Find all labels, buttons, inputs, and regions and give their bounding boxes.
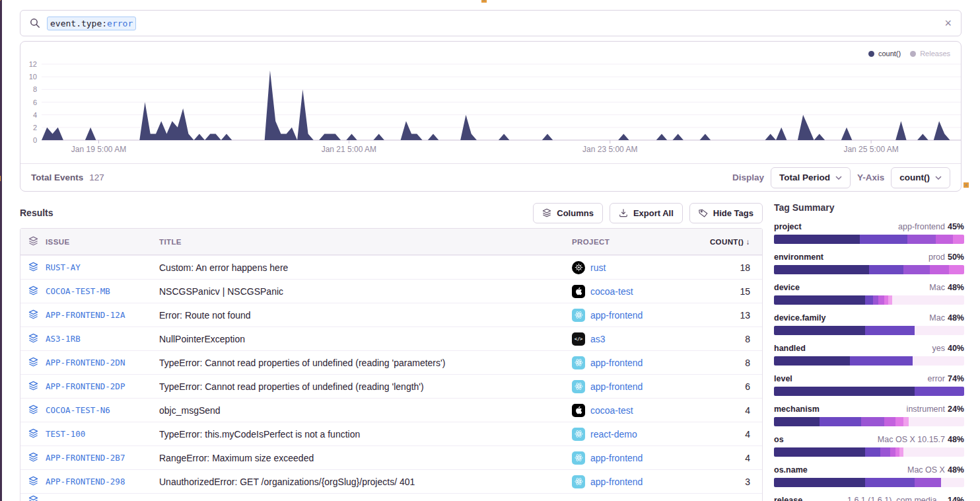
project-link[interactable]: </>as3 [572,332,704,346]
column-header-title[interactable]: TITLE [159,238,572,246]
selection-edge-line [0,0,2,501]
tag-distribution-bar[interactable] [774,478,964,487]
close-icon[interactable]: × [944,17,952,29]
stack-icon [542,208,551,217]
tag-bar-segment [880,447,890,457]
selection-handle-top-left[interactable] [0,0,1,1]
selection-handle-right-middle[interactable] [963,182,969,188]
tag-distribution-bar[interactable] [774,356,964,366]
tag-distribution-bar[interactable] [774,417,964,426]
issue-link[interactable]: COCOA-TEST-N6 [46,405,159,415]
column-header-count-sorted[interactable]: COUNT() ↓ [704,238,762,246]
svg-text:10: 10 [29,73,37,81]
issue-stack-icon[interactable] [20,357,46,369]
tag-bar-segment [949,265,964,274]
tag-distribution-bar[interactable] [774,295,964,305]
tag-top-value: app-frontend45% [898,222,964,231]
tag-bar-segment [774,478,865,487]
export-all-button-label: Export All [633,208,674,218]
events-area-chart[interactable]: 024681012Jan 19 5:00 AMJan 21 5:00 AMJan… [20,42,961,163]
search-icon [30,18,40,28]
issue-link[interactable]: APP-FRONTEND-2B7 [46,453,159,463]
stack-icon [28,236,38,247]
tag-top-value: Mac48% [929,283,964,292]
project-link[interactable]: app-frontend [572,475,704,488]
issue-link[interactable]: APP-FRONTEND-2DP [46,381,159,391]
columns-button[interactable]: Columns [533,203,603,223]
project-link[interactable]: app-frontend [572,451,704,465]
project-react-icon [572,451,585,465]
table-row: RUST-AYCustom: An error happens hererust… [20,255,762,279]
tag-bar-segment [930,265,949,274]
issue-link[interactable]: APP-FRONTEND-12A [46,310,159,320]
tag-summary-item: os.nameMac OS X48% [774,465,964,487]
events-chart-panel: count() Releases 024681012Jan 19 5:00 AM… [20,41,962,192]
tag-distribution-bar[interactable] [774,447,964,457]
issue-stack-icon[interactable] [20,405,46,416]
issue-stack-icon[interactable] [20,262,46,274]
stack-icon [28,309,38,321]
project-link[interactable]: rust [572,261,704,274]
project-link[interactable]: app-frontend [572,356,704,369]
tag-distribution-bar[interactable] [774,387,964,396]
tag-bar-remainder [903,447,964,457]
count-value: 8 [704,334,762,344]
project-link[interactable]: app-frontend [572,380,704,393]
tag-distribution-bar[interactable] [774,265,964,274]
issue-stack-icon[interactable] [20,494,46,501]
issue-stack-icon[interactable] [20,333,46,345]
tag-top-value: prod50% [928,252,964,262]
column-header-issue[interactable]: ISSUE [46,238,159,246]
issue-link[interactable]: APP-FRONTEND-298 [46,477,159,486]
search-bar[interactable]: event.type:error × [20,10,962,36]
tag-bar-segment [865,295,873,305]
yaxis-dropdown[interactable]: count() [891,167,950,188]
tag-name: os [774,435,784,444]
issue-stack-icon[interactable] [20,381,46,393]
project-link[interactable]: cocoa-test [572,285,704,298]
export-all-button[interactable]: Export All [610,203,683,223]
tag-bar-segment [903,265,930,274]
tag-top-value: Mac OS X 10.15.748% [878,435,964,444]
tag-distribution-bar[interactable] [774,326,964,335]
project-link[interactable]: react-demo [572,428,704,441]
tag-top-percent: 24% [948,405,964,414]
column-header-project[interactable]: PROJECT [572,238,704,246]
stack-icon [28,405,38,416]
stack-icon [28,357,38,369]
search-query-token[interactable]: event.type:error [47,17,136,30]
issue-link[interactable]: COCOA-TEST-MB [46,286,159,296]
tag-top-percent: 48% [948,313,964,323]
table-row: COCOA-TEST-N6objc_msgSendcocoa-test4 [20,398,762,422]
issue-stack-icon[interactable] [20,309,46,321]
selection-handle-top-center[interactable] [481,0,487,3]
svg-text:Jan 25 5:00 AM: Jan 25 5:00 AM [843,145,898,154]
table-row: APP-FRONTEND-2DNTypeError: Cannot read p… [20,350,762,374]
tag-top-percent: 50% [948,252,964,262]
issue-link[interactable]: TEST-100 [46,429,159,439]
table-row: APP-FRONTEND-298UnauthorizedError: GET /… [20,469,762,493]
issue-link[interactable]: APP-FRONTEND-2DN [46,358,159,367]
tag-bar-segment [895,417,903,426]
issue-link[interactable]: AS3-1RB [46,334,159,344]
issue-stack-icon[interactable] [20,286,46,297]
tag-distribution-bar[interactable] [774,235,964,244]
stack-icon [28,262,38,274]
display-dropdown[interactable]: Total Period [771,167,851,188]
selection-handle-left-middle[interactable] [0,176,1,181]
tag-bar-segment [774,326,865,335]
hide-tags-button[interactable]: Hide Tags [689,203,763,223]
project-link[interactable]: app-frontend [572,309,704,322]
tag-bar-segment [774,356,850,366]
columns-button-label: Columns [557,208,594,218]
issue-link[interactable]: RUST-AY [46,262,159,272]
project-link[interactable]: cocoa-test [572,404,704,417]
tag-bar-segment [890,447,896,457]
tag-top-value: Mac OS X48% [907,465,964,475]
issue-stack-icon[interactable] [20,476,46,488]
tag-bar-remainder [909,417,964,426]
tag-summary-item: environmentprod50% [774,252,964,274]
issue-stack-icon[interactable] [20,428,46,440]
issue-stack-icon[interactable] [20,452,46,464]
yaxis-label: Y-Axis [857,173,884,182]
